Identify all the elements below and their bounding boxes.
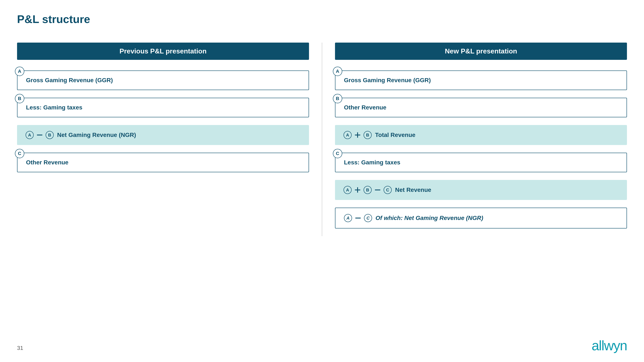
left-formula-ngr: A B Net Gaming Revenue (NGR) <box>26 131 302 139</box>
right-item-B: B Other Revenue <box>335 98 627 117</box>
left-teal-ngr: A B Net Gaming Revenue (NGR) <box>17 125 309 145</box>
page-number: 31 <box>17 345 23 351</box>
formula-circle-C2: C <box>364 214 372 222</box>
formula-circle-B2: B <box>364 131 372 139</box>
right-item-A: A Gross Gaming Revenue (GGR) <box>335 70 627 90</box>
right-box-A: Gross Gaming Revenue (GGR) <box>335 70 627 90</box>
page-container: P&L structure Previous P&L presentation … <box>0 0 644 362</box>
formula-op-plus1 <box>354 131 362 139</box>
circle-C-right: C <box>333 149 342 158</box>
formula-op-minus3 <box>354 214 362 222</box>
right-formula-net: A B C Net Revenue <box>344 186 620 194</box>
formula-circle-B1: B <box>46 131 54 139</box>
formula-op-plus2 <box>354 186 362 194</box>
right-item-ngr: A C Of which: Net Gaming Revenue (NGR) <box>335 208 627 229</box>
formula-op-minus1 <box>36 131 44 139</box>
left-box-A: Gross Gaming Revenue (GGR) <box>17 70 309 90</box>
left-item-C: C Other Revenue <box>17 153 309 172</box>
formula-circle-B3: B <box>364 186 372 194</box>
left-item-A: A Gross Gaming Revenue (GGR) <box>17 70 309 90</box>
formula-circle-A3: A <box>344 186 352 194</box>
right-box-B: Other Revenue <box>335 98 627 117</box>
circle-B-right: B <box>333 94 342 103</box>
formula-circle-C1: C <box>384 186 392 194</box>
left-box-B: Less: Gaming taxes <box>17 98 309 117</box>
right-column-header: New P&L presentation <box>335 42 627 60</box>
company-logo: allwyn <box>592 338 627 354</box>
right-formula-total: A B Total Revenue <box>344 131 620 139</box>
right-ngr2-label: Of which: Net Gaming Revenue (NGR) <box>376 215 483 221</box>
columns-wrapper: Previous P&L presentation A Gross Gaming… <box>17 42 627 236</box>
formula-circle-A2: A <box>344 131 352 139</box>
left-item-B: B Less: Gaming taxes <box>17 98 309 117</box>
right-box-ngr: A C Of which: Net Gaming Revenue (NGR) <box>335 208 627 229</box>
left-box-C: Other Revenue <box>17 153 309 172</box>
circle-A-left: A <box>15 67 24 76</box>
right-item-C: C Less: Gaming taxes <box>335 153 627 172</box>
left-column-header: Previous P&L presentation <box>17 42 309 60</box>
page-title: P&L structure <box>17 13 627 25</box>
formula-circle-A4: A <box>344 214 352 222</box>
left-ngr-label: Net Gaming Revenue (NGR) <box>57 132 136 138</box>
plus-icon <box>355 132 360 138</box>
circle-C-left: C <box>15 149 24 158</box>
formula-circle-A1: A <box>26 131 34 139</box>
right-formula-ngr2: A C Of which: Net Gaming Revenue (NGR) <box>344 214 620 222</box>
right-column: New P&L presentation A Gross Gaming Reve… <box>322 42 627 236</box>
circle-A-right: A <box>333 67 342 76</box>
right-total-label: Total Revenue <box>375 132 415 138</box>
right-box-C: Less: Gaming taxes <box>335 153 627 172</box>
minus-icon <box>37 135 42 135</box>
formula-op-minus2 <box>374 186 382 194</box>
minus-icon2 <box>375 190 380 190</box>
right-teal-net: A B C Net Revenue <box>335 180 627 200</box>
circle-B-left: B <box>15 94 24 103</box>
plus-icon2 <box>355 187 360 193</box>
right-net-label: Net Revenue <box>395 187 431 193</box>
right-teal-total: A B Total Revenue <box>335 125 627 145</box>
left-column: Previous P&L presentation A Gross Gaming… <box>17 42 322 236</box>
minus-icon3 <box>355 218 361 219</box>
